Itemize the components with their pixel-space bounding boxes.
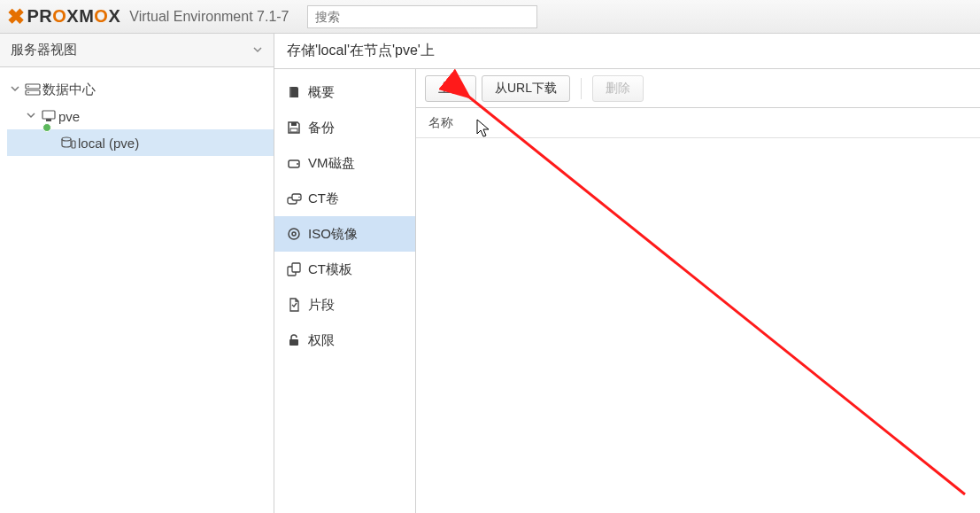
delete-button[interactable]: 删除 (592, 75, 644, 102)
subnav-permissions[interactable]: 权限 (274, 323, 415, 358)
search-input[interactable] (307, 5, 537, 28)
svg-rect-9 (291, 122, 297, 126)
svg-point-17 (292, 232, 296, 236)
proxmox-logo: ✖ PROXMOX (7, 4, 120, 29)
svg-rect-5 (46, 119, 51, 121)
content-title-text: 存储'local'在节点'pve'上 (287, 42, 435, 60)
collapse-icon[interactable] (27, 111, 39, 121)
content-title: 存储'local'在节点'pve'上 (274, 34, 980, 69)
disc-icon (287, 227, 308, 241)
subnav-backup[interactable]: 备份 (274, 110, 415, 145)
search-container (307, 5, 537, 28)
subnav-label: 备份 (308, 120, 335, 136)
view-selector-label: 服务器视图 (11, 42, 77, 58)
svg-rect-8 (289, 87, 291, 97)
svg-rect-4 (42, 111, 55, 119)
subnav-iso[interactable]: ISO镜像 (274, 216, 415, 252)
subnav-vmdisk[interactable]: VM磁盘 (274, 145, 415, 181)
subnav-cttemplate[interactable]: CT模板 (274, 252, 415, 287)
tree-label: 数据中心 (42, 82, 96, 98)
tree-node-pve[interactable]: pve (7, 103, 274, 129)
right-panel: 存储'local'在节点'pve'上 概要 备份 VM磁盘 CT卷 (274, 34, 980, 513)
upload-button[interactable]: 上传 (425, 75, 476, 102)
svg-point-15 (298, 197, 300, 198)
collapse-icon[interactable] (11, 84, 23, 95)
svg-point-2 (27, 86, 29, 88)
tree-storage-local[interactable]: local (pve) (7, 129, 274, 156)
top-header: ✖ PROXMOX Virtual Environment 7.1-7 (0, 0, 980, 34)
logo-text: O (94, 6, 108, 27)
subnav-label: 概要 (308, 84, 335, 101)
main-content: 上传 从URL下载 删除 名称 (416, 69, 980, 513)
book-icon (287, 85, 308, 99)
hdd-stack-icon (287, 191, 308, 206)
storage-icon (58, 136, 78, 150)
svg-point-3 (27, 92, 29, 94)
status-ok-icon (42, 123, 51, 132)
column-name-header[interactable]: 名称 (428, 115, 453, 131)
chevron-down-icon (252, 43, 263, 58)
logo-text: O (52, 6, 66, 27)
svg-rect-7 (72, 141, 75, 148)
version-label: Virtual Environment 7.1-7 (129, 9, 289, 25)
subnav-ctvol[interactable]: CT卷 (274, 181, 415, 216)
view-selector-dropdown[interactable]: 服务器视图 (0, 34, 274, 67)
server-icon (23, 83, 42, 96)
svg-rect-20 (289, 339, 298, 346)
subnav-label: 权限 (308, 332, 335, 349)
logo-text: X (108, 6, 120, 27)
subnav-label: CT卷 (308, 190, 339, 207)
unlock-icon (287, 333, 308, 347)
logo-text: XM (66, 6, 94, 27)
logo-text: PR (27, 6, 53, 27)
subnav-label: 片段 (308, 297, 335, 314)
tree-label: local (pve) (78, 136, 139, 151)
tree-label: pve (58, 109, 80, 124)
file-stack-icon (287, 262, 308, 276)
svg-line-22 (467, 96, 965, 494)
content-toolbar: 上传 从URL下载 删除 (416, 69, 980, 108)
floppy-icon (287, 120, 308, 135)
file-icon (287, 298, 308, 312)
subnav-snippets[interactable]: 片段 (274, 287, 415, 323)
toolbar-separator (581, 78, 582, 99)
svg-rect-19 (292, 263, 300, 272)
svg-point-12 (297, 163, 298, 165)
column-header-row: 名称 (416, 108, 980, 138)
svg-rect-10 (290, 128, 297, 132)
subnav-summary[interactable]: 概要 (274, 74, 415, 110)
svg-point-6 (62, 137, 71, 141)
subnav-label: CT模板 (308, 261, 352, 278)
tree-datacenter[interactable]: 数据中心 (7, 76, 274, 103)
resource-tree: 数据中心 pve local (pve) (0, 67, 274, 156)
subnav-label: ISO镜像 (308, 226, 358, 243)
subnav-label: VM磁盘 (308, 155, 355, 172)
download-from-url-button[interactable]: 从URL下载 (482, 75, 570, 102)
logo-x-icon: ✖ (7, 4, 26, 29)
node-icon (39, 109, 58, 123)
hdd-icon (287, 156, 308, 170)
storage-subnav: 概要 备份 VM磁盘 CT卷 ISO镜像 (274, 69, 416, 513)
left-panel: 服务器视图 数据中心 (0, 34, 274, 513)
svg-point-16 (289, 229, 299, 239)
